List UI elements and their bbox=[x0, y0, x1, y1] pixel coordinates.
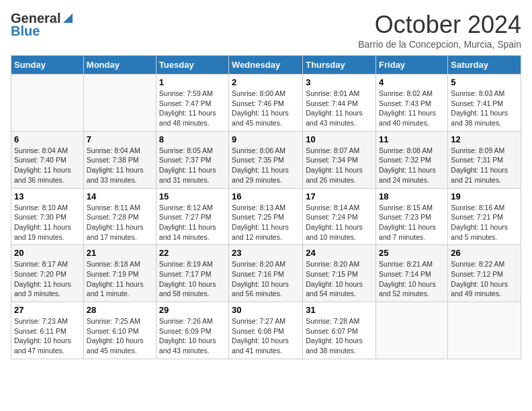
day-number: 20 bbox=[14, 248, 81, 258]
calendar-cell: 10Sunrise: 8:07 AM Sunset: 7:34 PM Dayli… bbox=[303, 131, 376, 188]
day-info: Sunrise: 8:02 AM Sunset: 7:43 PM Dayligh… bbox=[379, 89, 445, 128]
col-header-monday: Monday bbox=[83, 56, 156, 75]
calendar-cell: 3Sunrise: 8:01 AM Sunset: 7:44 PM Daylig… bbox=[303, 75, 376, 132]
logo-blue: Blue bbox=[11, 24, 40, 39]
day-number: 23 bbox=[232, 248, 300, 258]
day-number: 5 bbox=[451, 77, 518, 87]
day-info: Sunrise: 8:18 AM Sunset: 7:19 PM Dayligh… bbox=[87, 259, 153, 299]
title-block: October 2024 Barrio de la Concepcion, Mu… bbox=[358, 11, 521, 50]
calendar-week-3: 13Sunrise: 8:10 AM Sunset: 7:30 PM Dayli… bbox=[11, 188, 521, 245]
day-info: Sunrise: 7:59 AM Sunset: 7:47 PM Dayligh… bbox=[159, 89, 226, 128]
month-title: October 2024 bbox=[358, 11, 521, 39]
day-number: 19 bbox=[451, 191, 518, 201]
calendar-cell: 21Sunrise: 8:18 AM Sunset: 7:19 PM Dayli… bbox=[83, 245, 156, 302]
day-info: Sunrise: 8:08 AM Sunset: 7:32 PM Dayligh… bbox=[379, 146, 445, 185]
day-number: 12 bbox=[451, 134, 518, 144]
logo: General Blue bbox=[11, 11, 74, 39]
calendar-cell: 6Sunrise: 8:04 AM Sunset: 7:40 PM Daylig… bbox=[11, 131, 84, 188]
day-info: Sunrise: 8:04 AM Sunset: 7:38 PM Dayligh… bbox=[87, 146, 153, 185]
calendar-table: SundayMondayTuesdayWednesdayThursdayFrid… bbox=[11, 55, 521, 359]
calendar-cell: 7Sunrise: 8:04 AM Sunset: 7:38 PM Daylig… bbox=[83, 131, 156, 188]
day-info: Sunrise: 8:05 AM Sunset: 7:37 PM Dayligh… bbox=[159, 146, 226, 185]
day-number: 18 bbox=[379, 191, 445, 201]
day-info: Sunrise: 8:09 AM Sunset: 7:31 PM Dayligh… bbox=[451, 146, 518, 185]
calendar-cell: 2Sunrise: 8:00 AM Sunset: 7:46 PM Daylig… bbox=[229, 75, 303, 132]
day-info: Sunrise: 8:13 AM Sunset: 7:25 PM Dayligh… bbox=[232, 203, 300, 242]
day-info: Sunrise: 7:27 AM Sunset: 6:08 PM Dayligh… bbox=[232, 316, 300, 356]
page-header: General Blue October 2024 Barrio de la C… bbox=[11, 11, 521, 50]
day-info: Sunrise: 8:07 AM Sunset: 7:34 PM Dayligh… bbox=[306, 146, 373, 185]
calendar-cell: 22Sunrise: 8:19 AM Sunset: 7:17 PM Dayli… bbox=[156, 245, 228, 302]
col-header-friday: Friday bbox=[376, 56, 448, 75]
day-number: 14 bbox=[87, 191, 153, 201]
day-info: Sunrise: 8:12 AM Sunset: 7:27 PM Dayligh… bbox=[159, 203, 226, 242]
day-number: 16 bbox=[232, 191, 300, 201]
day-number: 27 bbox=[14, 305, 81, 315]
day-number: 31 bbox=[306, 305, 373, 315]
day-number: 7 bbox=[87, 134, 153, 144]
calendar-cell: 26Sunrise: 8:22 AM Sunset: 7:12 PM Dayli… bbox=[448, 245, 521, 302]
calendar-cell: 25Sunrise: 8:21 AM Sunset: 7:14 PM Dayli… bbox=[376, 245, 448, 302]
day-number: 11 bbox=[379, 134, 445, 144]
logo-triangle-icon bbox=[62, 12, 74, 24]
calendar-cell: 16Sunrise: 8:13 AM Sunset: 7:25 PM Dayli… bbox=[229, 188, 303, 245]
day-number: 3 bbox=[306, 77, 373, 87]
day-info: Sunrise: 8:00 AM Sunset: 7:46 PM Dayligh… bbox=[232, 89, 300, 128]
day-info: Sunrise: 8:21 AM Sunset: 7:14 PM Dayligh… bbox=[379, 259, 445, 299]
calendar-cell: 14Sunrise: 8:11 AM Sunset: 7:28 PM Dayli… bbox=[83, 188, 156, 245]
calendar-cell: 11Sunrise: 8:08 AM Sunset: 7:32 PM Dayli… bbox=[376, 131, 448, 188]
calendar-cell bbox=[83, 75, 156, 132]
col-header-saturday: Saturday bbox=[448, 56, 521, 75]
day-number: 26 bbox=[451, 248, 518, 258]
day-number: 8 bbox=[159, 134, 226, 144]
day-info: Sunrise: 8:03 AM Sunset: 7:41 PM Dayligh… bbox=[451, 89, 518, 128]
calendar-cell: 13Sunrise: 8:10 AM Sunset: 7:30 PM Dayli… bbox=[11, 188, 84, 245]
calendar-cell: 30Sunrise: 7:27 AM Sunset: 6:08 PM Dayli… bbox=[229, 302, 303, 359]
calendar-week-1: 1Sunrise: 7:59 AM Sunset: 7:47 PM Daylig… bbox=[11, 75, 521, 132]
day-info: Sunrise: 7:26 AM Sunset: 6:09 PM Dayligh… bbox=[159, 316, 226, 356]
day-info: Sunrise: 7:28 AM Sunset: 6:07 PM Dayligh… bbox=[306, 316, 373, 356]
day-number: 24 bbox=[306, 248, 373, 258]
calendar-cell: 8Sunrise: 8:05 AM Sunset: 7:37 PM Daylig… bbox=[156, 131, 228, 188]
calendar-cell: 15Sunrise: 8:12 AM Sunset: 7:27 PM Dayli… bbox=[156, 188, 228, 245]
svg-marker-0 bbox=[63, 13, 73, 23]
calendar-cell bbox=[11, 75, 84, 132]
calendar-cell: 18Sunrise: 8:15 AM Sunset: 7:23 PM Dayli… bbox=[376, 188, 448, 245]
day-info: Sunrise: 8:22 AM Sunset: 7:12 PM Dayligh… bbox=[451, 259, 518, 299]
day-info: Sunrise: 8:14 AM Sunset: 7:24 PM Dayligh… bbox=[306, 203, 373, 242]
calendar-cell: 20Sunrise: 8:17 AM Sunset: 7:20 PM Dayli… bbox=[11, 245, 84, 302]
calendar-week-4: 20Sunrise: 8:17 AM Sunset: 7:20 PM Dayli… bbox=[11, 245, 521, 302]
day-number: 30 bbox=[232, 305, 300, 315]
day-number: 9 bbox=[232, 134, 300, 144]
col-header-wednesday: Wednesday bbox=[229, 56, 303, 75]
day-info: Sunrise: 8:19 AM Sunset: 7:17 PM Dayligh… bbox=[159, 259, 226, 299]
day-info: Sunrise: 8:11 AM Sunset: 7:28 PM Dayligh… bbox=[87, 203, 153, 242]
day-number: 28 bbox=[87, 305, 153, 315]
calendar-cell: 24Sunrise: 8:20 AM Sunset: 7:15 PM Dayli… bbox=[303, 245, 376, 302]
day-number: 4 bbox=[379, 77, 445, 87]
day-info: Sunrise: 8:16 AM Sunset: 7:21 PM Dayligh… bbox=[451, 203, 518, 242]
calendar-cell bbox=[448, 302, 521, 359]
day-number: 6 bbox=[14, 134, 81, 144]
calendar-cell bbox=[376, 302, 448, 359]
day-number: 10 bbox=[306, 134, 373, 144]
calendar-cell: 31Sunrise: 7:28 AM Sunset: 6:07 PM Dayli… bbox=[303, 302, 376, 359]
day-info: Sunrise: 8:17 AM Sunset: 7:20 PM Dayligh… bbox=[14, 259, 81, 299]
col-header-thursday: Thursday bbox=[303, 56, 376, 75]
calendar-week-2: 6Sunrise: 8:04 AM Sunset: 7:40 PM Daylig… bbox=[11, 131, 521, 188]
calendar-cell: 17Sunrise: 8:14 AM Sunset: 7:24 PM Dayli… bbox=[303, 188, 376, 245]
calendar-week-5: 27Sunrise: 7:23 AM Sunset: 6:11 PM Dayli… bbox=[11, 302, 521, 359]
day-number: 21 bbox=[87, 248, 153, 258]
day-number: 17 bbox=[306, 191, 373, 201]
calendar-cell: 5Sunrise: 8:03 AM Sunset: 7:41 PM Daylig… bbox=[448, 75, 521, 132]
calendar-cell: 28Sunrise: 7:25 AM Sunset: 6:10 PM Dayli… bbox=[83, 302, 156, 359]
day-number: 15 bbox=[159, 191, 226, 201]
calendar-cell: 4Sunrise: 8:02 AM Sunset: 7:43 PM Daylig… bbox=[376, 75, 448, 132]
calendar-cell: 9Sunrise: 8:06 AM Sunset: 7:35 PM Daylig… bbox=[229, 131, 303, 188]
col-header-sunday: Sunday bbox=[11, 56, 84, 75]
calendar-cell: 19Sunrise: 8:16 AM Sunset: 7:21 PM Dayli… bbox=[448, 188, 521, 245]
day-info: Sunrise: 8:15 AM Sunset: 7:23 PM Dayligh… bbox=[379, 203, 445, 242]
day-number: 29 bbox=[159, 305, 226, 315]
day-info: Sunrise: 8:04 AM Sunset: 7:40 PM Dayligh… bbox=[14, 146, 81, 185]
day-info: Sunrise: 7:23 AM Sunset: 6:11 PM Dayligh… bbox=[14, 316, 81, 356]
